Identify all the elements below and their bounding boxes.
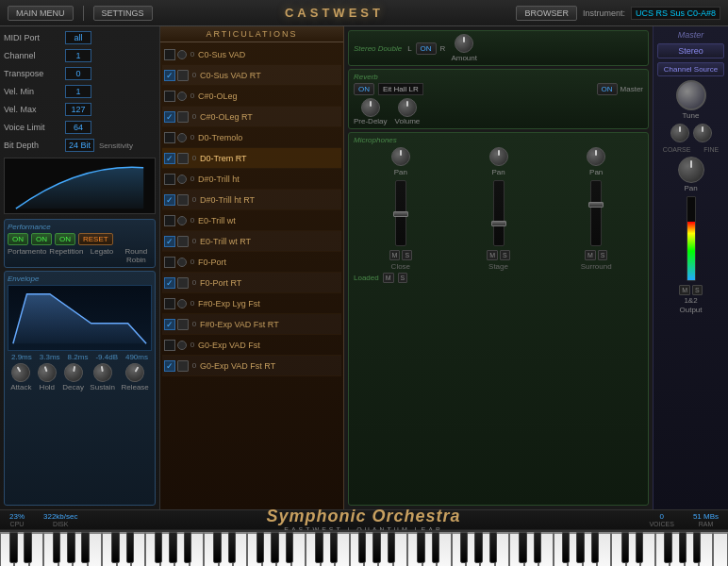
artic-item[interactable]: ✓0C#0-OLeg RT: [162, 107, 341, 127]
black-key[interactable]: [474, 532, 482, 563]
stage-fader-thumb[interactable]: [491, 221, 506, 226]
surround-pan-knob[interactable]: [587, 147, 605, 166]
articulations-list[interactable]: 0C0-Sus VAD✓0C0-Sus VAD RT0C#0-OLeg✓0C#0…: [160, 42, 343, 509]
black-key[interactable]: [432, 532, 439, 563]
stereo-btn[interactable]: Stereo: [657, 43, 724, 58]
close-s-btn[interactable]: S: [402, 250, 412, 260]
channel-source-btn[interactable]: Channel Source: [657, 62, 724, 76]
artic-item[interactable]: 0D0-Tremolo: [162, 127, 341, 148]
black-key[interactable]: [372, 532, 380, 563]
black-key[interactable]: [9, 532, 17, 563]
white-key[interactable]: [495, 532, 509, 566]
black-key[interactable]: [81, 532, 89, 563]
black-key[interactable]: [679, 532, 687, 563]
loaded-s-btn[interactable]: S: [398, 273, 408, 283]
surround-fader-thumb[interactable]: [588, 202, 604, 208]
master-m-btn[interactable]: M: [679, 285, 690, 295]
white-key[interactable]: [88, 532, 102, 566]
artic-item[interactable]: 0C#0-OLeg: [162, 86, 341, 107]
artic-checkbox[interactable]: ✓: [164, 70, 175, 81]
artic-item[interactable]: ✓0C0-Sus VAD RT: [162, 65, 341, 86]
black-key[interactable]: [693, 532, 701, 563]
artic-item[interactable]: 0G0-Exp VAD Fst: [162, 335, 341, 356]
pre-delay-knob[interactable]: [361, 98, 380, 117]
vel-min-value[interactable]: 1: [65, 85, 91, 98]
black-key[interactable]: [330, 532, 338, 563]
master-s-btn[interactable]: S: [692, 285, 703, 295]
artic-checkbox[interactable]: [164, 340, 175, 351]
black-key[interactable]: [67, 532, 74, 563]
artic-item[interactable]: 0D#0-Trill ht: [162, 169, 341, 190]
artic-item[interactable]: 0F#0-Exp Lyg Fst: [162, 293, 341, 314]
artic-checkbox[interactable]: [164, 91, 175, 102]
reset-btn[interactable]: RESET: [78, 233, 113, 245]
close-m-btn[interactable]: M: [389, 250, 401, 260]
settings-button[interactable]: SETTINGS: [93, 6, 153, 21]
artic-checkbox[interactable]: [164, 49, 175, 60]
decay-knob[interactable]: [62, 361, 84, 383]
artic-checkbox[interactable]: ✓: [164, 111, 175, 123]
attack-knob[interactable]: [8, 359, 34, 385]
black-key[interactable]: [315, 532, 323, 563]
black-key[interactable]: [591, 532, 599, 563]
browser-button[interactable]: BROWSER: [516, 6, 577, 21]
surround-m-btn[interactable]: M: [585, 250, 596, 260]
close-fader-thumb[interactable]: [393, 211, 408, 217]
close-pan-knob[interactable]: [391, 147, 410, 166]
black-key[interactable]: [460, 532, 468, 563]
black-key[interactable]: [388, 532, 395, 563]
portamento-on-btn[interactable]: ON: [8, 233, 28, 245]
stereo-double-on-btn[interactable]: ON: [416, 42, 437, 55]
vel-max-value[interactable]: 127: [65, 103, 91, 116]
amount-knob[interactable]: [455, 34, 473, 53]
sustain-knob[interactable]: [91, 361, 113, 383]
main-menu-button[interactable]: MAIN MENU: [8, 6, 74, 21]
black-key[interactable]: [664, 532, 671, 563]
artic-item[interactable]: ✓0G0-Exp VAD Fst RT: [162, 356, 341, 376]
artic-checkbox[interactable]: [164, 298, 175, 309]
reverb-master-on-btn[interactable]: ON: [597, 83, 618, 95]
close-fader[interactable]: [395, 180, 406, 246]
black-key[interactable]: [53, 532, 60, 563]
white-key[interactable]: [699, 532, 713, 566]
artic-checkbox[interactable]: [164, 215, 175, 226]
artic-checkbox[interactable]: ✓: [164, 236, 175, 247]
black-key[interactable]: [636, 532, 643, 563]
pan-knob[interactable]: [678, 157, 704, 183]
artic-checkbox[interactable]: [164, 132, 175, 143]
transpose-value[interactable]: 0: [65, 67, 91, 80]
stage-s-btn[interactable]: S: [500, 250, 510, 260]
reverb-volume-knob[interactable]: [398, 98, 417, 117]
artic-checkbox[interactable]: ✓: [164, 319, 175, 330]
black-key[interactable]: [228, 532, 236, 563]
voice-limit-value[interactable]: 64: [65, 121, 91, 134]
black-key[interactable]: [489, 532, 497, 563]
artic-checkbox[interactable]: ✓: [164, 277, 175, 289]
white-key[interactable]: [393, 532, 407, 566]
artic-checkbox[interactable]: [164, 174, 175, 185]
stage-m-btn[interactable]: M: [487, 250, 498, 260]
velocity-display[interactable]: [4, 158, 156, 214]
white-key[interactable]: [291, 532, 306, 566]
artic-checkbox[interactable]: ✓: [164, 153, 175, 164]
black-key[interactable]: [417, 532, 424, 563]
stage-fader[interactable]: [493, 180, 505, 246]
artic-checkbox[interactable]: ✓: [164, 360, 175, 372]
black-key[interactable]: [534, 532, 541, 563]
hold-knob[interactable]: [35, 360, 59, 385]
artic-item[interactable]: ✓0F#0-Exp VAD Fst RT: [162, 314, 341, 335]
black-key[interactable]: [24, 532, 31, 563]
black-key[interactable]: [576, 532, 584, 563]
artic-item[interactable]: 0E0-Trill wt: [162, 210, 341, 231]
artic-item[interactable]: 0C0-Sus VAD: [162, 44, 341, 65]
black-key[interactable]: [155, 532, 162, 563]
black-key[interactable]: [519, 532, 526, 563]
repetition-on-btn[interactable]: ON: [31, 233, 52, 245]
reverb-preset[interactable]: Eit Hall LR: [378, 83, 423, 95]
release-knob[interactable]: [122, 359, 147, 385]
artic-item[interactable]: ✓0D#0-Trill ht RT: [162, 190, 341, 210]
tune-knob[interactable]: [676, 80, 706, 110]
black-key[interactable]: [256, 532, 264, 563]
coarse-knob[interactable]: [670, 124, 689, 142]
black-key[interactable]: [213, 532, 221, 563]
